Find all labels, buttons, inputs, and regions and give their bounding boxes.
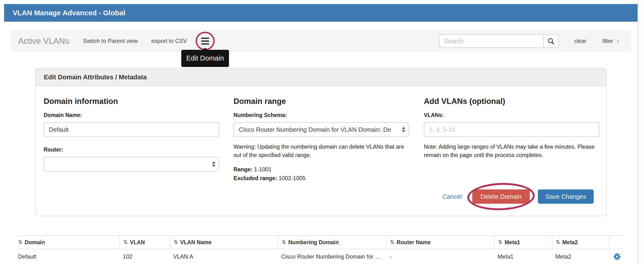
column-header-vlan-name[interactable]: ⇅ VLAN Name bbox=[170, 236, 278, 249]
page-title: VLAN Manage Advanced - Global bbox=[13, 9, 125, 17]
column-label: Router Name bbox=[396, 239, 430, 246]
router-select[interactable] bbox=[44, 157, 219, 172]
numbering-schema-value: Cisco Router Numbering Domain for VLAN D… bbox=[239, 126, 391, 133]
sort-icon: ⇅ bbox=[390, 239, 394, 246]
edit-domain-panel: Edit Domain Attributes / Metadata Domain… bbox=[35, 68, 606, 216]
column-header-router-name[interactable]: ⇅ Router Name bbox=[386, 236, 494, 249]
sort-icon: ⇅ bbox=[174, 239, 178, 246]
domain-range-heading: Domain range bbox=[234, 97, 409, 106]
domain-name-label: Domain Name: bbox=[44, 112, 219, 118]
column-label: VLAN Name bbox=[180, 239, 212, 246]
cell-router-name: - bbox=[386, 253, 494, 260]
add-vlans-heading: Add VLANs (optional) bbox=[424, 97, 600, 106]
cell-meta2: Meta2 bbox=[552, 253, 609, 260]
search-group bbox=[439, 34, 559, 48]
column-label: Numbering Domain bbox=[288, 239, 339, 246]
clear-link[interactable]: clear bbox=[574, 38, 586, 44]
column-label: Meta2 bbox=[562, 239, 578, 246]
cell-vlan: 102 bbox=[120, 253, 170, 260]
delete-domain-button[interactable]: Delete Domain bbox=[472, 189, 530, 204]
panel-body: Domain information Domain Name: Router: … bbox=[36, 86, 606, 215]
excluded-range-value: 1002-1005 bbox=[278, 175, 305, 181]
column-header-actions bbox=[609, 236, 625, 249]
edit-domain-tooltip: Edit Domain bbox=[181, 50, 229, 67]
domain-information-section: Domain information Domain Name: Router: bbox=[44, 86, 219, 172]
row-settings-gear-button[interactable] bbox=[613, 253, 621, 261]
cell-meta1: Meta1 bbox=[494, 253, 552, 260]
range-label: Range: bbox=[234, 166, 252, 173]
numbering-schema-select[interactable]: Cisco Router Numbering Domain for VLAN D… bbox=[234, 122, 409, 137]
domain-name-field[interactable] bbox=[44, 122, 219, 137]
column-header-vlan[interactable]: ⇅ VLAN bbox=[120, 236, 170, 249]
switch-parent-view-link[interactable]: Switch to Parent view bbox=[83, 38, 138, 44]
range-line: Range: 1-1001 bbox=[234, 166, 409, 173]
select-arrows-icon bbox=[402, 127, 405, 132]
column-label: Domain bbox=[24, 239, 44, 246]
search-input[interactable] bbox=[439, 34, 543, 48]
panel-actions: Cancel Delete Domain Save Changes bbox=[442, 189, 594, 204]
cell-domain: Default bbox=[18, 253, 120, 260]
column-header-meta2[interactable]: ⇅ Meta2 bbox=[552, 236, 609, 249]
chevron-right-icon: › bbox=[617, 38, 620, 44]
sort-icon: ⇅ bbox=[498, 239, 502, 246]
page-scrollbar[interactable] bbox=[638, 0, 644, 264]
router-label: Router: bbox=[44, 147, 219, 153]
numbering-schema-label: Numbering Schema: bbox=[234, 112, 409, 118]
excluded-range-line: Excluded range: 1002-1005 bbox=[234, 175, 409, 182]
hamburger-menu-icon bbox=[201, 38, 209, 44]
cell-vlan-name: VLAN A bbox=[170, 253, 278, 260]
vlan-manage-page: VLAN Manage Advanced - Global Active VLA… bbox=[0, 0, 644, 264]
numbering-warning-text: Warning: Updating the numbering domain c… bbox=[234, 143, 411, 160]
export-csv-link[interactable]: export to CSV bbox=[151, 38, 187, 44]
active-vlans-title: Active VLANs bbox=[18, 36, 69, 46]
save-changes-button[interactable]: Save Changes bbox=[538, 189, 594, 204]
range-value: 1-1001 bbox=[254, 166, 272, 173]
column-label: Meta1 bbox=[504, 239, 520, 246]
vlans-label: VLANs: bbox=[424, 112, 600, 118]
search-button[interactable] bbox=[543, 34, 559, 48]
edit-domain-menu-button[interactable]: Edit Domain bbox=[196, 32, 215, 50]
gear-icon bbox=[613, 253, 621, 261]
column-header-meta1[interactable]: ⇅ Meta1 bbox=[494, 236, 552, 249]
vlans-field[interactable] bbox=[424, 122, 600, 137]
delete-domain-wrap: Delete Domain bbox=[472, 189, 530, 204]
filter-label: filter bbox=[602, 38, 613, 44]
search-icon bbox=[548, 38, 553, 43]
toolbar: Active VLANs Switch to Parent view expor… bbox=[11, 30, 631, 52]
excluded-range-label: Excluded range: bbox=[234, 175, 277, 181]
column-label: VLAN bbox=[130, 239, 145, 246]
filter-link[interactable]: filter › bbox=[602, 38, 620, 44]
add-vlans-note-text: Note: Adding large ranges of VLANs may t… bbox=[424, 143, 602, 160]
column-header-domain[interactable]: ⇅ Domain bbox=[18, 236, 120, 249]
cancel-link[interactable]: Cancel bbox=[442, 193, 462, 200]
sort-icon: ⇅ bbox=[556, 239, 560, 246]
panel-title: Edit Domain Attributes / Metadata bbox=[44, 74, 147, 81]
column-header-numbering-domain[interactable]: ⇅ Numbering Domain bbox=[278, 236, 386, 249]
add-vlans-section: Add VLANs (optional) VLANs: Note: Adding… bbox=[424, 86, 600, 160]
panel-header: Edit Domain Attributes / Metadata bbox=[36, 69, 606, 86]
vlan-table: ⇅ Domain ⇅ VLAN ⇅ VLAN Name ⇅ Numbering … bbox=[18, 236, 625, 264]
table-row: Default 102 VLAN A Cisco Router Numberin… bbox=[18, 249, 625, 264]
app-header: VLAN Manage Advanced - Global bbox=[4, 4, 638, 22]
sort-icon: ⇅ bbox=[123, 239, 128, 246]
tooltip-label: Edit Domain bbox=[186, 54, 224, 62]
domain-information-heading: Domain information bbox=[44, 97, 219, 106]
sort-icon: ⇅ bbox=[18, 239, 22, 246]
select-arrows-icon bbox=[212, 162, 216, 167]
cell-numbering-domain: Cisco Router Numbering Domain for … bbox=[278, 253, 386, 260]
sort-icon: ⇅ bbox=[282, 239, 286, 246]
domain-range-section: Domain range Numbering Schema: Cisco Rou… bbox=[234, 86, 409, 182]
table-header-row: ⇅ Domain ⇅ VLAN ⇅ VLAN Name ⇅ Numbering … bbox=[18, 236, 625, 249]
